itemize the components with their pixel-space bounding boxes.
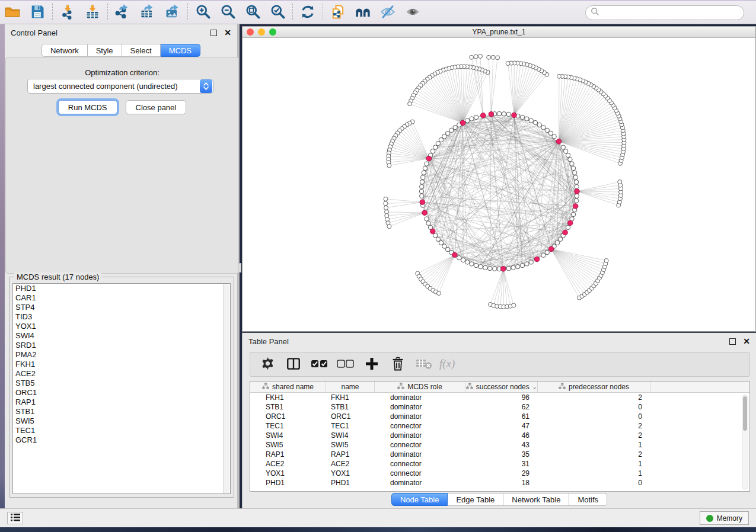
tab-motifs[interactable]: Motifs <box>569 493 607 506</box>
cell-name: SWI5 <box>326 440 375 450</box>
cell-shared-name: RAP1 <box>250 450 326 459</box>
cell-predecessor-nodes: 0 <box>538 478 650 488</box>
refresh-icon <box>299 4 316 22</box>
table-row[interactable]: PHD1PHD1dominator180 <box>250 478 749 488</box>
mcds-list-scrollbar[interactable] <box>223 284 229 494</box>
zoom-fit-button[interactable] <box>240 2 265 23</box>
export-image-icon <box>164 4 181 22</box>
table-row[interactable]: SWI4SWI4dominator462 <box>250 431 749 440</box>
cell-MCDS-role: connector <box>375 440 465 450</box>
zoom-in-button[interactable] <box>190 2 215 23</box>
table-row[interactable]: ORC1ORC1dominator610 <box>250 412 749 421</box>
tab-node-table[interactable]: Node Table <box>391 493 448 506</box>
duplicate-network-button[interactable] <box>326 2 350 23</box>
split-columns-button[interactable] <box>285 355 302 374</box>
mcds-result-item[interactable]: SWI4 <box>13 331 230 341</box>
delete-table-button[interactable] <box>415 355 433 374</box>
zoom-out-icon <box>220 4 236 21</box>
cell-predecessor-nodes: 2 <box>538 450 650 459</box>
table-row[interactable]: SWI5SWI5connector431 <box>250 440 749 450</box>
column-label: predecessor nodes <box>569 383 629 391</box>
save-session-button[interactable] <box>25 2 50 23</box>
tab-style[interactable]: Style <box>88 44 122 57</box>
first-neighbors-button[interactable] <box>350 2 375 23</box>
column-label: MCDS role <box>407 383 442 391</box>
tab-network-table[interactable]: Network Table <box>503 493 569 506</box>
memory-button[interactable]: Memory <box>700 511 749 525</box>
mcds-result-item[interactable]: TID3 <box>13 312 230 322</box>
table-row[interactable]: ACE2ACE2connector311 <box>250 459 749 469</box>
mcds-result-item[interactable]: STB5 <box>13 379 230 388</box>
hide-selected-button[interactable] <box>375 2 400 23</box>
cell-MCDS-role: dominator <box>375 402 465 412</box>
close-panel-icon[interactable]: ✕ <box>224 30 231 36</box>
column-header-successor-nodes[interactable]: successor nodes⌄ <box>465 382 538 392</box>
column-header-shared-name[interactable]: shared name <box>250 382 326 392</box>
optimization-criterion-select[interactable]: largest connected component (undirected) <box>27 79 213 94</box>
refresh-button[interactable] <box>295 2 320 23</box>
network-window-titlebar[interactable]: YPA_prune.txt_1 <box>243 27 755 38</box>
close-panel-button[interactable]: Close panel <box>126 100 187 114</box>
cell-successor-nodes: 61 <box>465 412 538 421</box>
show-all-button[interactable] <box>400 2 425 23</box>
cell-name: TEC1 <box>326 421 375 431</box>
deselect-all-button[interactable] <box>337 355 355 374</box>
panel-divider-grip[interactable] <box>238 263 241 273</box>
tab-edge-table[interactable]: Edge Table <box>448 493 503 506</box>
search-box[interactable] <box>585 5 744 20</box>
export-table-button[interactable] <box>135 2 160 23</box>
table-row[interactable]: TEC1TEC1connector472 <box>250 421 749 431</box>
mcds-result-item[interactable]: GCR1 <box>13 435 230 445</box>
zoom-selected-button[interactable] <box>265 2 290 23</box>
table-row[interactable]: YOX1YOX1connector291 <box>250 469 749 478</box>
add-column-button[interactable] <box>363 355 381 374</box>
table-row[interactable]: FKH1FKH1dominator962 <box>250 393 749 402</box>
cell-name: FKH1 <box>326 393 375 402</box>
mcds-result-item[interactable]: CAR1 <box>13 293 230 303</box>
mcds-result-item[interactable]: STP4 <box>13 303 230 312</box>
search-input[interactable] <box>599 8 744 17</box>
column-label: shared name <box>272 383 314 391</box>
mcds-result-item[interactable]: FKH1 <box>13 360 230 369</box>
mcds-result-item[interactable]: ACE2 <box>13 369 230 379</box>
export-network-button[interactable] <box>110 2 135 23</box>
mcds-result-item[interactable]: ORC1 <box>13 388 230 398</box>
tab-network[interactable]: Network <box>42 44 88 57</box>
tab-mcds[interactable]: MCDS <box>161 44 200 57</box>
mcds-result-item[interactable]: PHD1 <box>13 284 230 293</box>
mcds-result-item[interactable]: STB1 <box>13 407 230 416</box>
float-table-panel-icon[interactable] <box>729 338 736 345</box>
import-network-button[interactable] <box>55 2 80 23</box>
zoom-fit-icon <box>245 4 261 21</box>
network-graph-canvas[interactable] <box>243 38 755 332</box>
mcds-result-item[interactable]: SRD1 <box>13 341 230 350</box>
mcds-result-list[interactable]: PHD1CAR1STP4TID3YOX1SWI4SRD1PMA2FKH1ACE2… <box>12 283 231 494</box>
run-mcds-button[interactable]: Run MCDS <box>58 100 117 114</box>
memory-status-icon <box>706 515 713 522</box>
open-session-button[interactable] <box>0 2 25 23</box>
export-image-button[interactable] <box>160 2 185 23</box>
gear-button[interactable] <box>259 355 276 374</box>
zoom-out-button[interactable] <box>215 2 240 23</box>
table-row[interactable]: STB1STB1dominator620 <box>250 402 749 412</box>
mcds-result-item[interactable]: SWI5 <box>13 416 230 426</box>
mcds-result-item[interactable]: YOX1 <box>13 322 230 331</box>
float-panel-icon[interactable] <box>210 30 217 36</box>
column-header-name[interactable]: name <box>326 382 375 392</box>
mcds-result-item[interactable]: RAP1 <box>13 398 230 407</box>
column-header-MCDS-role[interactable]: MCDS role <box>375 382 465 392</box>
delete-button[interactable] <box>389 355 407 374</box>
import-table-button[interactable] <box>80 2 105 23</box>
select-all-button[interactable] <box>311 355 328 374</box>
tab-select[interactable]: Select <box>122 44 161 57</box>
function-builder-button[interactable]: f(x) <box>441 355 459 374</box>
close-table-panel-icon[interactable]: ✕ <box>743 338 750 345</box>
delete-table-icon <box>416 357 432 372</box>
show-panels-button[interactable] <box>7 512 23 524</box>
table-scrollbar[interactable] <box>742 395 748 489</box>
table-scrollbar-thumb[interactable] <box>743 396 747 431</box>
mcds-result-item[interactable]: PMA2 <box>13 350 230 360</box>
table-row[interactable]: RAP1RAP1dominator352 <box>250 450 749 459</box>
column-header-predecessor-nodes[interactable]: predecessor nodes <box>538 382 650 392</box>
mcds-result-item[interactable]: TEC1 <box>13 426 230 435</box>
